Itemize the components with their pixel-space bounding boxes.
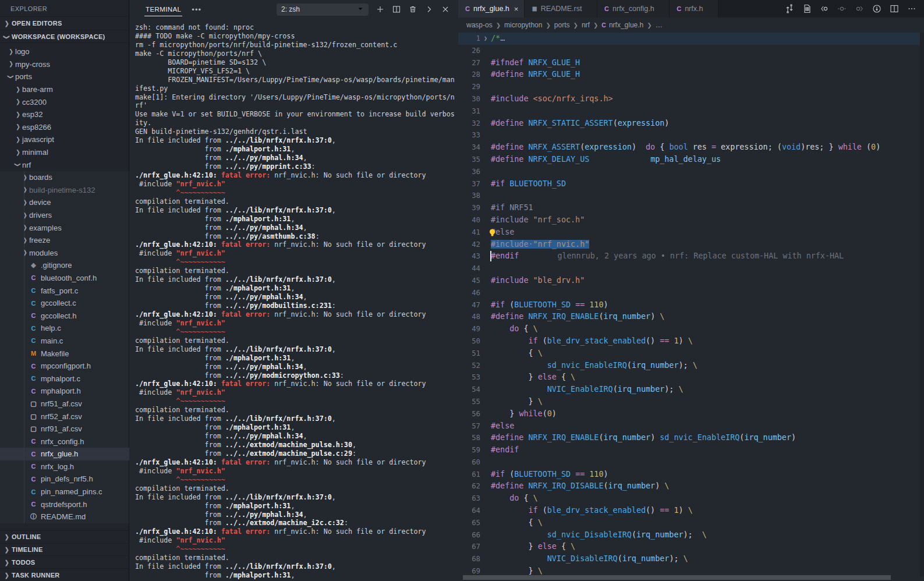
tree-item-nrf91-af-csv[interactable]: ▢nrf91_af.csv <box>0 423 129 435</box>
tree-item-esp8266[interactable]: ❯esp8266 <box>0 121 129 134</box>
tree-item-pin-defs-nrf5-h[interactable]: Cpin_defs_nrf5.h <box>0 473 129 486</box>
code-line-53[interactable]: 53 } else { \ <box>458 371 924 384</box>
tree-item-readme-md[interactable]: ⓘREADME.md <box>0 511 129 523</box>
tree-item-mpconfigport-h[interactable]: Cmpconfigport.h <box>0 360 129 373</box>
code-editor[interactable]: 1❯/*…2627#ifndef NRFX_GLUE_H28#define NR… <box>458 33 924 578</box>
split-terminal-icon[interactable] <box>388 3 405 16</box>
code-line-47[interactable]: 47#if (BLUETOOTH_SD == 110) <box>458 299 924 311</box>
code-line-67[interactable]: 67 } else { \ <box>458 541 924 553</box>
breadcrumb-item-micropython[interactable]: micropython <box>504 21 542 29</box>
current-change-icon[interactable] <box>833 1 851 16</box>
tree-item-device[interactable]: ❯device <box>0 196 129 209</box>
tree-item-mphalport-h[interactable]: Cmphalport.h <box>0 385 129 398</box>
code-line-51[interactable]: 51 { \ <box>458 348 924 360</box>
sidebar-section-todos[interactable]: ❯TODOS <box>0 555 129 568</box>
code-line-52[interactable]: 52 sd_nvic_EnableIRQ(irq_number); \ <box>458 360 924 372</box>
tree-item-mphalport-c[interactable]: Cmphalport.c <box>0 372 129 385</box>
compare-changes-icon[interactable] <box>781 1 798 16</box>
new-terminal-icon[interactable] <box>372 3 388 16</box>
code-line-34[interactable]: 34#define NRFX_ASSERT(expression) do { b… <box>458 141 924 154</box>
timeline-history-icon[interactable] <box>868 1 886 16</box>
tree-item-pin-named-pins-c[interactable]: Cpin_named_pins.c <box>0 486 129 498</box>
tree-item-nrfx-config-h[interactable]: Cnrfx_config.h <box>0 435 129 448</box>
sidebar-section-task-runner[interactable]: ❯TASK RUNNER <box>0 568 129 581</box>
tree-item-drivers[interactable]: ❯drivers <box>0 209 129 222</box>
tree-item-build-pinetime-s132[interactable]: ❯build-pinetime-s132 <box>0 184 129 197</box>
code-line-26[interactable]: 26 <box>458 45 924 57</box>
code-line-41[interactable]: 41#else <box>458 226 924 239</box>
code-line-63[interactable]: 63 do { \ <box>458 493 924 505</box>
code-line-35[interactable]: 35#define NRFX_DELAY_US mp_hal_delay_us <box>458 154 924 166</box>
code-line-46[interactable]: 46 <box>458 287 924 299</box>
code-line-64[interactable]: 64 if (ble_drv_stack_enabled() == 1) \ <box>458 505 924 517</box>
more-actions-icon[interactable] <box>903 1 921 16</box>
tree-item-makefile[interactable]: MMakefile <box>0 347 129 360</box>
tree-item-bare-arm[interactable]: ❯bare-arm <box>0 83 129 96</box>
tree-item-nrf51-af-csv[interactable]: ▢nrf51_af.csv <box>0 398 129 410</box>
breadcrumb-more[interactable]: … <box>656 21 663 29</box>
tree-item-logo[interactable]: ❯logo <box>0 45 129 58</box>
fold-chevron-icon[interactable]: ❯ <box>480 33 491 45</box>
code-line-44[interactable]: 44 <box>458 263 924 275</box>
tree-item-modules[interactable]: ❯modules <box>0 247 129 260</box>
code-line-28[interactable]: 28#define NRFX_GLUE_H <box>458 69 924 81</box>
code-line-27[interactable]: 27#ifndef NRFX_GLUE_H <box>458 57 924 69</box>
code-line-66[interactable]: 66 sd_nvic_DisableIRQ(irq_number); \ <box>458 529 924 541</box>
code-line-43[interactable]: 43#endifglennrub, 2 years ago • nrf: Rep… <box>458 250 924 263</box>
code-line-45[interactable]: 45#include "ble_drv.h" <box>458 275 924 287</box>
tab-nrfx-glue-h[interactable]: Cnrfx_glue.h× <box>458 0 525 17</box>
kill-terminal-icon[interactable] <box>405 3 421 16</box>
code-line-60[interactable]: 60 <box>458 456 924 469</box>
tree-item-nrfx-log-h[interactable]: Cnrfx_log.h <box>0 460 129 473</box>
close-panel-icon[interactable] <box>437 3 454 16</box>
previous-change-icon[interactable] <box>816 1 833 16</box>
code-line-42[interactable]: 42#include·"nrf_nvic.h" <box>458 239 924 251</box>
terminal-tab[interactable]: TERMINAL <box>144 2 182 16</box>
open-preview-icon[interactable] <box>798 1 816 16</box>
code-line-40[interactable]: 40#include "nrf_soc.h" <box>458 214 924 226</box>
tree-item-fatfs-port-c[interactable]: Cfatfs_port.c <box>0 284 129 297</box>
tree-item-gccollect-h[interactable]: Cgccollect.h <box>0 309 129 322</box>
workspace-section[interactable]: ❯ WORKSPACE (WORKSPACE) <box>0 30 129 43</box>
terminal-more-icon[interactable]: ••• <box>192 5 201 14</box>
tree-item-ports[interactable]: ❯ports <box>0 70 129 83</box>
breadcrumb-item-nrf[interactable]: nrf <box>582 21 590 29</box>
code-line-61[interactable]: 61#if (BLUETOOTH_SD == 110) <box>458 469 924 481</box>
code-line-56[interactable]: 56 } while(0) <box>458 408 924 420</box>
tree-item-qstrdefsport-h[interactable]: Cqstrdefsport.h <box>0 498 129 511</box>
tree-item-javascript[interactable]: ❯javascript <box>0 133 129 146</box>
code-line-54[interactable]: 54 NVIC_EnableIRQ(irq_number); \ <box>458 384 924 396</box>
code-line-57[interactable]: 57#else <box>458 420 924 433</box>
code-line-32[interactable]: 32#define NRFX_STATIC_ASSERT(expression) <box>458 118 924 130</box>
code-line-39[interactable]: 39#if NRF51 <box>458 202 924 214</box>
code-line-30[interactable]: 30#include <soc/nrfx_irqs.h> <box>458 93 924 105</box>
code-line-58[interactable]: 58#define NRFX_IRQ_ENABLE(irq_number) sd… <box>458 432 924 444</box>
code-line-55[interactable]: 55 } \ <box>458 396 924 408</box>
tree-item--gitignore[interactable]: ◈.gitignore <box>0 259 129 272</box>
tree-item-help-c[interactable]: Chelp.c <box>0 322 129 335</box>
maximize-panel-icon[interactable] <box>421 3 437 16</box>
close-tab-icon[interactable]: × <box>514 5 519 13</box>
tree-item-boards[interactable]: ❯boards <box>0 171 129 184</box>
tree-item-nrf52-af-csv[interactable]: ▢nrf52_af.csv <box>0 410 129 423</box>
code-line-65[interactable]: 65 { \ <box>458 517 924 529</box>
code-line-49[interactable]: 49 do { \ <box>458 323 924 335</box>
tree-item-main-c[interactable]: Cmain.c <box>0 335 129 348</box>
code-line-36[interactable]: 36 <box>458 166 924 178</box>
code-line-68[interactable]: 68 NVIC_DisableIRQ(irq_number); \ <box>458 553 924 565</box>
tree-item-bluetooth-conf-h[interactable]: Cbluetooth_conf.h <box>0 272 129 285</box>
code-line-29[interactable]: 29 <box>458 81 924 93</box>
open-editors-section[interactable]: ❯ OPEN EDITORS <box>0 16 129 30</box>
code-line-38[interactable]: 38 <box>458 190 924 202</box>
code-line-62[interactable]: 62#define NRFX_IRQ_DISABLE(irq_number) \ <box>458 480 924 493</box>
split-editor-icon[interactable] <box>886 1 903 16</box>
editor-vertical-scrollbar[interactable] <box>920 33 924 576</box>
tab-readme-rst[interactable]: ≣README.rst× <box>525 0 597 17</box>
code-line-37[interactable]: 37#if BLUETOOTH_SD <box>458 178 924 190</box>
tree-item-freeze[interactable]: ❯freeze <box>0 234 129 247</box>
sidebar-section-outline[interactable]: ❯OUTLINE <box>0 530 129 543</box>
code-line-33[interactable]: 33 <box>458 129 924 141</box>
tree-item-gccollect-c[interactable]: Cgccollect.c <box>0 297 129 310</box>
tree-item-minimal[interactable]: ❯minimal <box>0 146 129 159</box>
tab-nrfx-config-h[interactable]: Cnrfx_config.h× <box>597 0 670 17</box>
